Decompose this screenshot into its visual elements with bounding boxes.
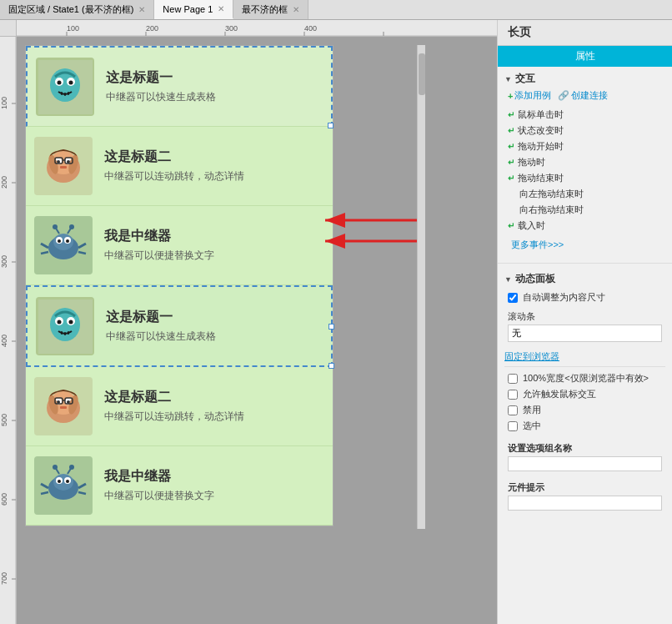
animation-title: 动态面板	[515, 272, 555, 286]
event-item-3[interactable]: ↵ 拖动时	[508, 154, 662, 170]
animation-header[interactable]: ▼ 动态面板	[504, 272, 665, 286]
list-item-6[interactable]: 我是中继器 中继器可以便捷替换文字	[26, 446, 333, 526]
block-title-6: 我是中继器	[104, 468, 214, 486]
event-label-0: 鼠标单击时	[518, 108, 564, 121]
disabled-row[interactable]: 禁用	[504, 402, 665, 418]
avatar-3	[34, 216, 93, 274]
canvas-page: 这是标题一 中继器可以快速生成表格	[17, 37, 425, 624]
interaction-title: 交互	[515, 72, 535, 86]
group-name-input[interactable]	[508, 456, 662, 471]
ruler-h-ticks	[17, 20, 497, 37]
tab-worstframe[interactable]: 最不济的框 ✕	[233, 0, 308, 19]
event-icon-0: ↵	[508, 110, 514, 119]
svg-point-45	[53, 224, 58, 229]
event-label-6: 向右拖动结束时	[519, 204, 584, 216]
right-panel: 长页 属性 ▼ 交互 + 添加用例 🔗 创建连接 ↵	[497, 20, 672, 624]
event-item-6[interactable]: 向右拖动结束时	[508, 202, 662, 218]
tab-fixed-label: 固定区域 / State1 (最不济的框)	[8, 3, 133, 16]
panel-tab-properties[interactable]: 属性	[498, 46, 672, 67]
ruler-v-mark-200: 200	[1, 176, 8, 189]
block-title-2: 这是标题二	[104, 148, 244, 166]
fullwidth-label: 100%宽度<仅限浏览器中有效>	[523, 372, 649, 385]
block-text-2: 这是标题二 中继器可以连动跳转，动态详情	[104, 148, 244, 184]
animation-collapse-icon: ▼	[504, 275, 512, 284]
group-name-section: 设置选项组名称	[504, 437, 665, 476]
list-item-2[interactable]: 这是标题二 中继器可以连动跳转，动态详情	[26, 127, 333, 206]
event-item-1[interactable]: ↵ 状态改变时	[508, 123, 662, 138]
scrollbar-section: 滚动条 无	[504, 305, 665, 347]
avatar-image-6	[37, 459, 91, 513]
event-item-5[interactable]: 向左拖动结束时	[508, 186, 662, 202]
touch-checkbox[interactable]	[508, 390, 518, 400]
list-item-4[interactable]: 这是标题一 中继器可以快速生成表格	[26, 285, 333, 367]
link-icon: 🔗	[558, 90, 569, 101]
list-item-3[interactable]: 我是中继器 中继器可以便捷替换文字	[26, 206, 333, 285]
selected-checkbox[interactable]	[508, 421, 518, 431]
hint-input[interactable]	[508, 496, 662, 511]
disabled-checkbox[interactable]	[508, 405, 518, 415]
tab-worstframe-label: 最不济的框	[242, 3, 288, 16]
resize-handle-4-r[interactable]	[328, 324, 334, 330]
tab-fixed[interactable]: 固定区域 / State1 (最不济的框) ✕	[0, 0, 154, 19]
page-frame: 这是标题一 中继器可以快速生成表格	[25, 45, 333, 526]
resize-handle-1[interactable]	[328, 123, 333, 128]
block-desc-6: 中继器可以便捷替换文字	[104, 489, 214, 503]
event-icon-3: ↵	[508, 158, 514, 167]
event-item-0[interactable]: ↵ 鼠标单击时	[508, 107, 662, 123]
anchor-browser-link[interactable]: 固定到浏览器	[504, 350, 665, 363]
canvas-area: 100 200 300 400	[0, 20, 497, 624]
group-name-label: 设置选项组名称	[508, 442, 662, 455]
list-item-1[interactable]: 这是标题一 中继器可以快速生成表格	[26, 46, 333, 127]
svg-point-82	[53, 465, 58, 470]
avatar-4	[36, 297, 94, 355]
block-desc-4: 中继器可以快速生成表格	[106, 330, 216, 344]
panel-title: 长页	[498, 20, 672, 46]
canvas-scrollbar-thumb[interactable]	[419, 53, 425, 95]
event-item-4[interactable]: ↵ 拖动结束时	[508, 170, 662, 186]
event-item-2[interactable]: ↵ 拖动开始时	[508, 138, 662, 154]
block-text-6: 我是中继器 中继器可以便捷替换文字	[104, 468, 214, 503]
tab-bar: 固定区域 / State1 (最不济的框) ✕ New Page 1 ✕ 最不济…	[0, 0, 672, 20]
svg-rect-67	[60, 406, 67, 409]
resize-handle-4-br[interactable]	[328, 363, 334, 369]
divider-1	[498, 263, 672, 264]
svg-point-83	[69, 465, 74, 470]
event-item-7[interactable]: ↵ 载入时	[508, 218, 662, 234]
canvas-viewport[interactable]: 这是标题一 中继器可以快速生成表格	[17, 37, 497, 624]
event-label-4: 拖动结束时	[518, 172, 564, 184]
interaction-header[interactable]: ▼ 交互	[504, 72, 665, 86]
main-area: 100 200 300 400	[0, 20, 672, 624]
scrollbar-label: 滚动条	[508, 310, 662, 323]
canvas-scrollbar[interactable]	[417, 45, 425, 529]
auto-fit-row[interactable]: 自动调整为内容尺寸	[504, 289, 665, 305]
hint-label: 元件提示	[508, 481, 662, 494]
create-link-label: 创建连接	[571, 89, 608, 102]
scrollbar-value[interactable]: 无	[508, 325, 662, 342]
tab-newpage-close[interactable]: ✕	[218, 4, 224, 13]
selected-row[interactable]: 选中	[504, 418, 665, 434]
block-title-4: 这是标题一	[106, 309, 216, 326]
block-desc-3: 中继器可以便捷替换文字	[104, 249, 214, 263]
tab-worstframe-close[interactable]: ✕	[293, 5, 299, 14]
add-case-link[interactable]: + 添加用例	[508, 89, 551, 102]
ruler-corner	[0, 20, 17, 37]
list-item-5[interactable]: 这是标题二 中继器可以连动跳转，动态详情	[26, 367, 333, 446]
create-link-link[interactable]: 🔗 创建连接	[558, 89, 608, 102]
fullwidth-checkbox[interactable]	[508, 374, 518, 384]
event-label-2: 拖动开始时	[518, 140, 564, 153]
tab-fixed-close[interactable]: ✕	[138, 5, 145, 14]
ruler-vertical: 100 200 300 400 500 600 700	[0, 37, 17, 624]
ruler-top-row: 100 200 300 400	[0, 20, 497, 37]
event-label-5: 向左拖动结束时	[519, 188, 584, 200]
block-text-1: 这是标题一 中继器可以快速生成表格	[106, 69, 216, 104]
auto-fit-checkbox[interactable]	[508, 293, 518, 303]
touch-row[interactable]: 允许触发鼠标交互	[504, 386, 665, 402]
block-text-4: 这是标题一 中继器可以快速生成表格	[106, 309, 216, 344]
more-events-link[interactable]: 更多事件>>>	[504, 235, 665, 254]
fullwidth-row[interactable]: 100%宽度<仅限浏览器中有效>	[504, 370, 665, 386]
block-text-3: 我是中继器 中继器可以便捷替换文字	[104, 228, 214, 263]
event-label-3: 拖动时	[518, 156, 545, 169]
interaction-section: ▼ 交互 + 添加用例 🔗 创建连接 ↵ 鼠标单击时 ↵	[498, 67, 672, 259]
tab-newpage[interactable]: New Page 1 ✕	[154, 0, 233, 19]
event-label-1: 状态改变时	[518, 124, 564, 137]
